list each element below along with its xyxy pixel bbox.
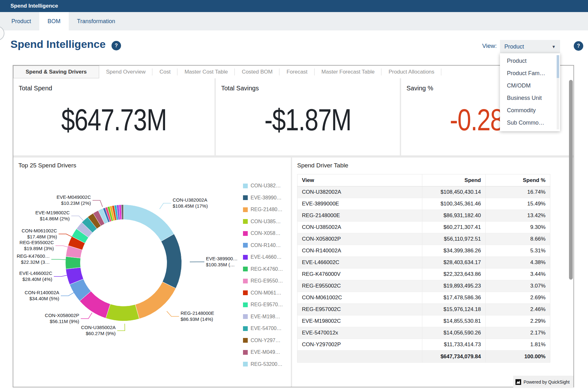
legend-item-eve-l4660-[interactable]: EVE-L4660…	[243, 254, 282, 260]
powered-by-text: Powered by QuickSight	[523, 379, 570, 385]
help-icon[interactable]: ?	[112, 41, 121, 50]
cell-view: EVE-5470012x	[297, 327, 422, 339]
table-title: Spend Driver Table	[297, 162, 348, 169]
table-row[interactable]: EVE-3899000E$100,345,361.4615.49%	[297, 198, 550, 210]
callout-reg-2148000e: REG-2148000E$86.93M (14%)	[181, 310, 214, 322]
table-row[interactable]: CON-U385002A$60,271,307.419.30%	[297, 222, 550, 233]
table-row[interactable]: REG-E957002C$15,976,124.182.46%	[297, 304, 550, 315]
table-row[interactable]: EVE-5470012x$14,056,590.262.17%	[297, 327, 550, 339]
callout-name: CON-U385002A	[81, 324, 116, 330]
table-header-view[interactable]: View	[297, 174, 422, 186]
view-option-product[interactable]: Product	[500, 55, 550, 67]
callout-con-m061002c: CON-M061002C$17.48M (3%)	[22, 228, 57, 240]
legend-swatch-icon	[243, 279, 248, 283]
callout-leader-line	[160, 203, 171, 209]
kpi-row: Total Spend$647.73MTotal Savings-$1.87MS…	[13, 78, 573, 155]
sheet-tab-spend-saving-drivers[interactable]: Spend & Saving Drivers	[13, 66, 99, 78]
legend-item-reg-e9550-[interactable]: REG-E9550…	[243, 278, 283, 284]
nav-tab-product[interactable]: Product	[3, 12, 39, 30]
view-option-business-unit[interactable]: Business Unit	[500, 92, 550, 104]
callout-value: $100.35M (…	[206, 262, 238, 268]
table-row[interactable]: CON-R140002A$34,399,386.265.31%	[297, 245, 550, 257]
callout-leader-line	[51, 259, 66, 260]
legend-item-eve-54700-[interactable]: EVE-54700…	[243, 325, 282, 332]
vertical-scrollbar[interactable]	[569, 80, 573, 280]
cell-view	[297, 351, 422, 363]
table-row[interactable]: EVE-M198002C$14,855,530.812.29%	[297, 315, 550, 327]
callout-value: $56.11M (9%)	[45, 318, 79, 324]
legend-item-con-m061-[interactable]: CON-M061…	[243, 290, 281, 296]
sheet-tab-master-forecast-table[interactable]: Master Forecast Table	[315, 66, 382, 78]
nav-tab-bom[interactable]: BOM	[39, 12, 69, 30]
donut-slice-eve-3899000e[interactable]	[161, 234, 182, 289]
donut-slice-reg-k476000v[interactable]	[65, 256, 80, 269]
legend-item-con-u382-[interactable]: CON-U382…	[243, 183, 281, 189]
legend-item-con-y297-[interactable]: CON-Y297…	[243, 337, 280, 344]
view-dropdown[interactable]: Product ▼	[500, 40, 560, 53]
view-option-commodity[interactable]: Commodity	[500, 104, 550, 117]
table-row[interactable]: REG-K476000V$22,323,643.863.44%	[297, 269, 550, 280]
table-row[interactable]: REG-2148000E$86,931,182.4013.42%	[297, 210, 550, 222]
donut-slice-reg-2148000e[interactable]	[135, 282, 176, 319]
legend-item-reg-k4760-[interactable]: REG-K4760…	[243, 266, 283, 272]
callout-value: $28.40M (4%)	[19, 276, 52, 282]
legend-label: REG-53200…	[251, 361, 283, 367]
help-icon-right[interactable]: ?	[574, 41, 583, 51]
legend-item-con-u385-[interactable]: CON-U385…	[243, 218, 281, 225]
sheet-tab-master-cost-table[interactable]: Master Cost Table	[177, 66, 235, 78]
cell-view: REG-E955002C	[297, 280, 422, 292]
kpi-card-total-savings: Total Savings-$1.87M	[216, 78, 400, 155]
callout-name: CON-M061002C	[22, 228, 57, 234]
table-total-row: $647,734,079.84100.00%	[297, 351, 550, 363]
donut-slice-con-u385002a[interactable]	[106, 304, 139, 321]
dashboard-panel: Spend & Saving DriversSpend OverviewCost…	[13, 65, 574, 387]
callout-eve-389900-: EVE-389900…$100.35M (…	[206, 256, 238, 268]
view-label: View:	[466, 42, 497, 49]
sheet-tab-forecast[interactable]: Forecast	[279, 66, 314, 78]
sheet-tab-spend-overview[interactable]: Spend Overview	[99, 66, 153, 78]
table-header-spend[interactable]: Spend	[422, 174, 486, 186]
callout-reg-e955002c: REG-E955002C$19.89M (3%)	[20, 239, 54, 251]
table-row[interactable]: CON-X058002P$56,110,972.518.66%	[297, 233, 550, 245]
legend-item-reg-21480-[interactable]: REG-21480…	[243, 206, 283, 213]
legend-item-eve-m049-[interactable]: EVE-M049…	[243, 349, 280, 355]
sheet-tab-cost[interactable]: Cost	[152, 66, 177, 78]
legend-item-eve-38990-[interactable]: EVE-38990…	[243, 195, 282, 201]
table-header-spend-[interactable]: Spend %	[486, 174, 550, 186]
legend-item-reg-e9570-[interactable]: REG-E9570…	[243, 301, 283, 308]
view-option-cm-odm[interactable]: CM/ODM	[500, 80, 550, 92]
table-row[interactable]: CON-M061002C$17,478,586.362.69%	[297, 292, 550, 304]
view-option-product-fam-[interactable]: Product Fam…	[500, 67, 550, 80]
cell-view: CON-M061002C	[297, 292, 422, 304]
sheet-tab-product-allocations[interactable]: Product Allocations	[381, 66, 441, 78]
sheet-tab-costed-bom[interactable]: Costed BOM	[235, 66, 279, 78]
view-option-sub-commo-[interactable]: Sub Commo…	[500, 117, 550, 129]
dropdown-scrollbar-thumb[interactable]	[557, 55, 559, 78]
callout-eve-l466002c: EVE-L466002C$28.40M (4%)	[19, 270, 52, 282]
callout-leader-line	[61, 292, 74, 296]
cell-spend: $14,056,590.26	[422, 327, 486, 339]
table-row[interactable]: EVE-L466002C$28,403,634.174.38%	[297, 257, 550, 269]
callout-eve-m198002c: EVE-M198002C$14.86M (2%)	[35, 210, 70, 222]
callout-value: $14.86M (2%)	[35, 216, 70, 222]
cell-spend: $28,403,634.17	[422, 257, 486, 269]
table-row[interactable]: REG-E955002C$19,893,495.233.07%	[297, 280, 550, 292]
cell-spend-pct: 13.42%	[486, 210, 550, 222]
legend-item-reg-53200-[interactable]: REG-53200…	[243, 361, 283, 367]
top-navigation: ProductBOMTransformation	[0, 12, 588, 30]
legend-item-eve-m198-[interactable]: EVE-M198…	[243, 314, 280, 320]
legend-label: REG-E9570…	[251, 302, 283, 308]
nav-tab-transformation[interactable]: Transformation	[69, 12, 123, 30]
donut-slice-con-u382002a[interactable]	[124, 205, 174, 242]
legend-item-con-x058-[interactable]: CON-X058…	[243, 230, 280, 237]
cell-view: EVE-L466002C	[297, 257, 422, 269]
cell-spend: $108,450,430.14	[422, 186, 486, 198]
table-row[interactable]: CON-Y297002P$11,733,414.731.81%	[297, 339, 550, 351]
callout-leader-line	[117, 324, 125, 331]
cell-spend-pct: 4.38%	[486, 257, 550, 269]
callout-name: REG-K47600…	[17, 253, 50, 259]
legend-item-con-r140-[interactable]: CON-R140…	[243, 242, 281, 249]
legend-label: REG-21480…	[251, 207, 283, 212]
legend-label: REG-K4760…	[251, 266, 283, 272]
table-row[interactable]: CON-U382002A$108,450,430.1416.74%	[297, 186, 550, 198]
